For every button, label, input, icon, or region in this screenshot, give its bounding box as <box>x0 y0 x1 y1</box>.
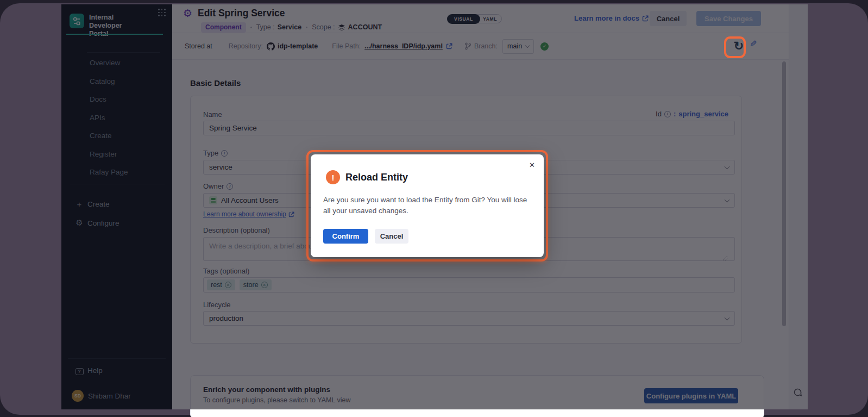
screen: Internal Developer Portal Overview Catal… <box>0 0 868 417</box>
dialog-body: Are you sure you want to load the Entity… <box>323 195 536 216</box>
highlight-ring-reload <box>724 36 746 58</box>
confirm-button[interactable]: Confirm <box>323 229 368 244</box>
reload-entity-dialog: ! Reload Entity ✕ Are you sure you want … <box>311 154 544 257</box>
close-icon[interactable]: ✕ <box>529 161 535 169</box>
dialog-title: Reload Entity <box>345 172 408 183</box>
dialog-cancel-button[interactable]: Cancel <box>375 229 408 244</box>
warning-icon: ! <box>326 170 340 184</box>
